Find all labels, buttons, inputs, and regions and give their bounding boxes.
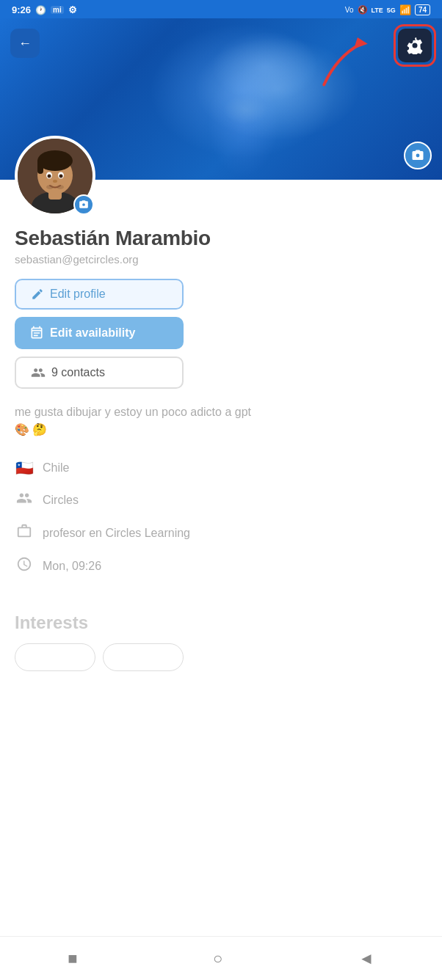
user-name: Sebastián Marambio [15,227,427,250]
location-item: 🇨🇱 Chile [15,459,427,477]
nav-back-button[interactable]: ◄ [358,949,374,968]
community-text: Circles [43,494,79,507]
back-button[interactable]: ← [10,29,40,58]
flag-icon: 🇨🇱 [15,459,34,477]
signal-icon: 📶 [399,4,411,15]
camera-icon [411,149,424,162]
community-icon [15,490,34,510]
status-bar: 9:26 🕐 mi ⚙ Vo 🔇 LTE 5G 📶 74 [0,0,442,18]
mute-icon: 🔇 [358,5,368,15]
avatar-wrapper [15,136,95,216]
5g-icon: 5G [387,7,396,14]
job-item: profesor en Circles Learning [15,523,427,543]
interests-title: Interests [15,612,427,633]
back-arrow-icon: ← [18,36,32,51]
gear-icon [406,37,424,54]
briefcase-icon [15,523,34,543]
interest-tag-1[interactable] [15,643,95,671]
avatar-camera-button[interactable] [73,194,94,215]
settings-status-icon: ⚙ [68,4,77,15]
edit-availability-label: Edit availability [50,326,135,340]
info-list: 🇨🇱 Chile Circles profesor en Circles Lea… [15,459,427,576]
lte-icon: LTE [372,7,383,14]
pencil-icon [31,288,44,301]
interests-tags [15,643,427,671]
settings-button[interactable] [398,29,432,62]
avatar-camera-icon [79,200,89,210]
contacts-icon [31,365,46,380]
contacts-button[interactable]: 9 contacts [15,356,184,389]
svg-point-13 [57,185,64,189]
settings-button-wrapper[interactable] [394,24,436,67]
status-left: 9:26 🕐 mi ⚙ [12,4,77,15]
svg-rect-6 [37,159,43,174]
calendar-icon [29,326,44,340]
svg-point-12 [46,185,54,189]
edit-profile-label: Edit profile [50,288,106,301]
status-right: Vo 🔇 LTE 5G 📶 74 [345,4,430,15]
bottom-nav: ■ ○ ◄ [0,936,442,980]
cover-camera-button[interactable] [404,142,432,169]
local-time-text: Mon, 09:26 [43,560,101,573]
svg-point-10 [59,175,63,178]
location-text: Chile [43,461,69,475]
edit-availability-button[interactable]: Edit availability [15,317,184,349]
action-buttons: Edit profile Edit availability 9 contact… [15,279,184,389]
interest-tag-2[interactable] [103,643,184,671]
clock-icon [15,556,34,576]
job-text: profesor en Circles Learning [43,527,190,540]
alarm-icon: 🕐 [35,5,46,15]
mi-icon: mi [51,6,64,14]
battery-icon: 74 [415,4,430,15]
vo-icon: Vo [345,6,354,14]
edit-profile-button[interactable]: Edit profile [15,279,184,310]
status-time: 9:26 [12,4,31,15]
bio-text: me gusta dibujar y estoy un poco adicto … [15,403,264,439]
time-item: Mon, 09:26 [15,556,427,576]
nav-circle-button[interactable]: ○ [213,949,222,968]
interests-section: Interests [0,612,442,671]
settings-highlight-border [394,24,436,67]
contacts-label: 9 contacts [51,366,105,379]
user-email: sebastian@getcircles.org [15,253,427,266]
svg-point-11 [53,180,57,183]
community-item: Circles [15,490,427,510]
svg-point-9 [48,175,51,178]
profile-section: Sebastián Marambio sebastian@getcircles.… [0,180,442,590]
nav-square-button[interactable]: ■ [68,949,77,968]
